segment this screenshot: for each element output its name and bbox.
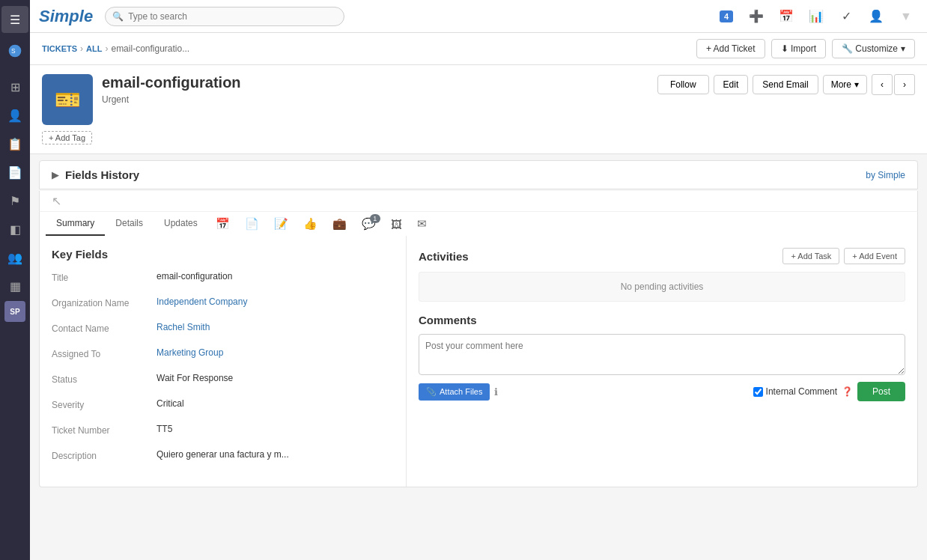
search-icon: 🔍 [112, 11, 124, 22]
nav-dashboard-icon[interactable]: ⊞ [1, 73, 28, 100]
main-content: Key Fields Title email-configuration Org… [39, 236, 918, 487]
tab-briefcase-icon[interactable]: 💼 [325, 213, 354, 235]
fields-history-section: ▶ Fields History by Simple [39, 160, 918, 189]
nav-layers-icon[interactable]: ◧ [1, 216, 28, 243]
nav-menu-icon[interactable]: ☰ [1, 6, 28, 33]
field-label-severity: Severity [52, 398, 156, 410]
nav-flag-icon[interactable]: ⚑ [1, 187, 28, 214]
comment-footer-right: Internal Comment ❓ Post [753, 382, 905, 401]
search-input[interactable] [105, 7, 344, 26]
next-record-button[interactable]: › [894, 74, 915, 95]
field-row-severity: Severity Critical [52, 398, 394, 416]
scroll-icon[interactable]: ▼ [894, 4, 918, 28]
customize-button[interactable]: 🔧 Customize ▾ [832, 39, 915, 58]
field-value-title: email-configuration [156, 271, 394, 281]
nav-contact-icon[interactable]: 👥 [1, 244, 28, 271]
record-title: email-configuration [102, 74, 241, 91]
calendar-icon[interactable]: 📅 [774, 4, 798, 28]
breadcrumb-current: email-configuratio... [111, 43, 189, 54]
field-label-org: Organization Name [52, 296, 156, 308]
nav-notes-icon[interactable]: 📋 [1, 130, 28, 157]
section-toggle[interactable]: ▶ Fields History [52, 168, 139, 181]
add-tag-button[interactable]: + Add Tag [42, 131, 92, 144]
attach-files-button[interactable]: 📎 Attach Files [419, 383, 490, 401]
nav-people-icon[interactable]: 👤 [1, 102, 28, 129]
internal-comment-label[interactable]: Internal Comment [753, 386, 837, 397]
more-chevron-icon: ▾ [854, 79, 859, 90]
field-label-ticket-num: Ticket Number [52, 424, 156, 436]
field-value-status: Wait For Response [156, 373, 394, 383]
tabs-bar: Summary Details Updates 📅 📄 📝 👍 💼 💬 1 🖼 [39, 211, 918, 236]
app-logo: Simple [39, 7, 93, 26]
tab-edit-doc-icon[interactable]: 📝 [267, 213, 296, 235]
post-button[interactable]: Post [857, 382, 905, 401]
edit-button[interactable]: Edit [714, 75, 749, 94]
comments-title: Comments [419, 314, 905, 326]
field-row-org: Organization Name Independent Company [52, 296, 394, 314]
prev-record-button[interactable]: ‹ [872, 74, 893, 95]
comments-section: Comments 📎 Attach Files ℹ [419, 314, 905, 401]
field-row-assigned: Assigned To Marketing Group [52, 347, 394, 365]
top-actions: 4 ➕ 📅 📊 ✓ 👤 ▼ [714, 4, 918, 28]
field-row-ticket-num: Ticket Number TT5 [52, 424, 394, 442]
section-collapse-icon: ▶ [52, 169, 59, 180]
field-label-assigned: Assigned To [52, 347, 156, 359]
field-value-contact[interactable]: Rachel Smith [156, 322, 394, 332]
record-info: email-configuration Urgent [102, 74, 241, 105]
user-icon[interactable]: 👤 [864, 4, 888, 28]
nav-docs-icon[interactable]: 📄 [1, 159, 28, 186]
tab-summary[interactable]: Summary [46, 212, 105, 236]
internal-comment-checkbox[interactable] [753, 387, 763, 397]
add-ticket-button[interactable]: + Add Ticket [696, 39, 765, 58]
internal-help-icon[interactable]: ❓ [842, 386, 853, 397]
comment-textarea[interactable] [419, 334, 905, 375]
tab-calendar-icon[interactable]: 📅 [208, 213, 237, 235]
breadcrumb-sep1: › [80, 43, 83, 54]
by-simple-link[interactable]: by Simple [866, 170, 905, 180]
comment-footer: 📎 Attach Files ℹ Internal Comment [419, 382, 905, 401]
add-event-button[interactable]: + Add Event [844, 248, 905, 264]
cursor-indicator: ↖ [52, 194, 61, 208]
nav-sp-icon[interactable]: SP [4, 301, 25, 322]
send-email-button[interactable]: Send Email [753, 75, 818, 94]
field-label-status: Status [52, 373, 156, 385]
chart-icon[interactable]: 📊 [804, 4, 828, 28]
field-value-severity: Critical [156, 398, 394, 409]
field-label-contact: Contact Name [52, 322, 156, 334]
follow-button[interactable]: Follow [657, 75, 709, 94]
nav-grid2-icon[interactable]: ▦ [1, 273, 28, 299]
activities-title: Activities [419, 250, 469, 263]
nav-arrows: ‹ › [872, 74, 915, 95]
activities-header: Activities + Add Task + Add Event [419, 248, 905, 264]
add-task-button[interactable]: + Add Task [782, 248, 839, 264]
customize-chevron: ▾ [901, 43, 905, 54]
tab-document-icon[interactable]: 📄 [237, 213, 267, 235]
tab-updates[interactable]: Updates [154, 212, 208, 236]
add-tag-container: + Add Tag [42, 131, 915, 144]
field-label-desc: Description [52, 449, 156, 461]
customize-label: 🔧 Customize [842, 43, 898, 54]
section-title: Fields History [65, 168, 139, 181]
record-left: 🎫 email-configuration Urgent [42, 74, 241, 125]
tab-email-icon[interactable]: ✉ [410, 213, 434, 235]
top-bar: Simple 🔍 4 ➕ 📅 📊 ✓ 👤 ▼ [30, 0, 927, 33]
record-avatar: 🎫 [42, 74, 93, 125]
no-activities-message: No pending activities [419, 272, 905, 302]
nav-home-icon[interactable]: S [1, 37, 28, 64]
field-value-assigned[interactable]: Marketing Group [156, 347, 394, 358]
check-icon[interactable]: ✓ [834, 4, 858, 28]
breadcrumb-tickets[interactable]: TICKETS [42, 44, 77, 53]
right-panel: Activities + Add Task + Add Event No pen… [407, 236, 917, 487]
tab-details[interactable]: Details [105, 212, 154, 236]
notification-badge-icon[interactable]: 4 [714, 4, 738, 28]
import-button[interactable]: ⬇ Import [771, 39, 826, 58]
tab-image-icon[interactable]: 🖼 [383, 213, 410, 235]
attach-info-icon[interactable]: ℹ [494, 386, 498, 398]
breadcrumb-all[interactable]: All [86, 44, 102, 53]
activities-section: Activities + Add Task + Add Event No pen… [419, 248, 905, 302]
tab-chat-icon[interactable]: 💬 1 [354, 213, 383, 235]
more-button[interactable]: More ▾ [823, 75, 867, 94]
plus-icon[interactable]: ➕ [744, 4, 768, 28]
tab-thumbsup-icon[interactable]: 👍 [296, 213, 325, 235]
field-value-org[interactable]: Independent Company [156, 296, 394, 307]
